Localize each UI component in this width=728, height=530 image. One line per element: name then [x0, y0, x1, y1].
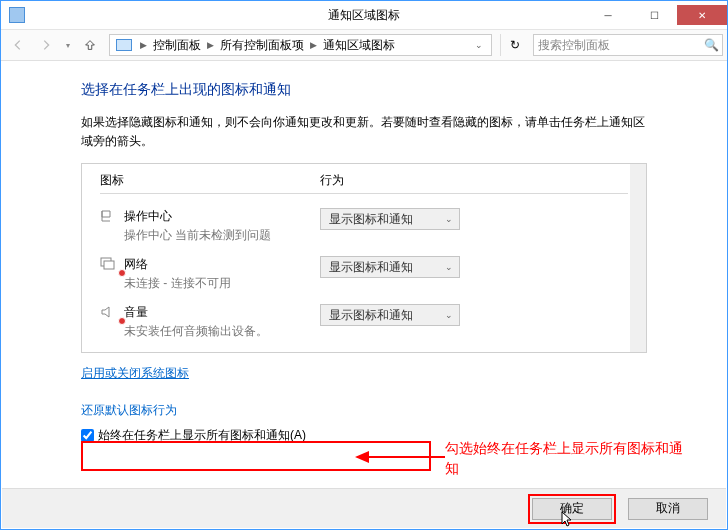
navbar: ▾ ▶ 控制面板 ▶ 所有控制面板项 ▶ 通知区域图标 ⌄ ↻ 🔍 [1, 29, 727, 61]
always-show-label[interactable]: 始终在任务栏上显示所有图标和通知(A) [98, 427, 306, 444]
always-show-checkbox[interactable] [81, 429, 94, 442]
up-button[interactable] [77, 33, 103, 57]
behavior-select[interactable]: 显示图标和通知 ⌄ [320, 256, 460, 278]
item-sub: 未连接 - 连接不可用 [124, 275, 320, 292]
action-center-icon [100, 208, 124, 227]
window: 通知区域图标 ─ ☐ ✕ ▾ ▶ 控制面板 ▶ 所有控制面板项 ▶ 通知区域图标… [0, 0, 728, 530]
svg-rect-1 [104, 261, 114, 269]
refresh-button[interactable]: ↻ [503, 38, 527, 52]
page-heading: 选择在任务栏上出现的图标和通知 [81, 81, 647, 99]
col-icon-header: 图标 [100, 172, 320, 189]
table-row: 网络 未连接 - 连接不可用 显示图标和通知 ⌄ [100, 250, 628, 298]
ok-button[interactable]: 确定 [532, 498, 612, 520]
chevron-down-icon: ⌄ [445, 310, 453, 320]
item-name: 网络 [124, 256, 320, 273]
item-name: 操作中心 [124, 208, 320, 225]
address-chevron-icon[interactable]: ⌄ [475, 40, 483, 50]
behavior-select[interactable]: 显示图标和通知 ⌄ [320, 208, 460, 230]
breadcrumb-item[interactable]: 控制面板 [149, 37, 205, 54]
button-bar: 确定 取消 [2, 488, 726, 528]
restore-defaults-link[interactable]: 还原默认图标行为 [81, 403, 177, 417]
back-button[interactable] [5, 33, 31, 57]
breadcrumb-item[interactable]: 所有控制面板项 [216, 37, 308, 54]
annotation-ok-highlight: 确定 [528, 494, 616, 524]
col-action-header: 行为 [320, 172, 344, 189]
content-area: 选择在任务栏上出现的图标和通知 如果选择隐藏图标和通知，则不会向你通知更改和更新… [1, 61, 727, 444]
table-row: 操作中心 操作中心 当前未检测到问题 显示图标和通知 ⌄ [100, 202, 628, 250]
annotation-box [81, 441, 431, 471]
system-icons-link[interactable]: 启用或关闭系统图标 [81, 366, 189, 380]
annotation-text: 勾选始终在任务栏上显示所有图标和通知 [445, 439, 695, 478]
location-icon [116, 39, 132, 51]
page-description: 如果选择隐藏图标和通知，则不会向你通知更改和更新。若要随时查看隐藏的图标，请单击… [81, 113, 647, 151]
annotation-arrow [355, 450, 445, 467]
volume-icon [100, 304, 124, 323]
forward-button[interactable] [33, 33, 59, 57]
search-input[interactable] [538, 38, 704, 52]
minimize-button[interactable]: ─ [585, 5, 631, 25]
cancel-button[interactable]: 取消 [628, 498, 708, 520]
item-name: 音量 [124, 304, 320, 321]
icon-settings-panel: 图标 行为 操作中心 操作中心 当前未检测到问题 显示图标和通知 ⌄ [81, 163, 647, 353]
maximize-button[interactable]: ☐ [631, 5, 677, 25]
scrollbar[interactable] [630, 164, 646, 352]
search-box[interactable]: 🔍 [533, 34, 723, 56]
window-buttons: ─ ☐ ✕ [585, 5, 727, 25]
item-sub: 未安装任何音频输出设备。 [124, 323, 320, 340]
table-row: 音量 未安装任何音频输出设备。 显示图标和通知 ⌄ [100, 298, 628, 346]
table-header: 图标 行为 [100, 172, 628, 194]
behavior-select[interactable]: 显示图标和通知 ⌄ [320, 304, 460, 326]
breadcrumb-item[interactable]: 通知区域图标 [319, 37, 399, 54]
recent-dropdown[interactable]: ▾ [61, 33, 75, 57]
app-icon [9, 7, 25, 23]
search-icon: 🔍 [704, 38, 718, 52]
close-button[interactable]: ✕ [677, 5, 727, 25]
address-bar[interactable]: ▶ 控制面板 ▶ 所有控制面板项 ▶ 通知区域图标 ⌄ [109, 34, 492, 56]
chevron-down-icon: ⌄ [445, 214, 453, 224]
chevron-down-icon: ⌄ [445, 262, 453, 272]
titlebar: 通知区域图标 ─ ☐ ✕ [1, 1, 727, 29]
network-icon [100, 256, 124, 275]
item-sub: 操作中心 当前未检测到问题 [124, 227, 320, 244]
